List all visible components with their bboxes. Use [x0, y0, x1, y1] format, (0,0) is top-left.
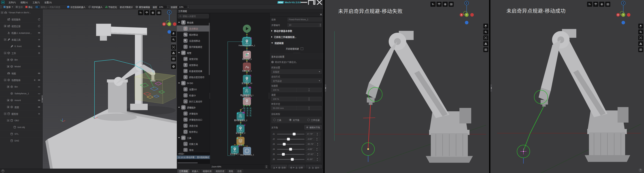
zoom-spinner[interactable]: [265, 165, 268, 168]
collapse-icon[interactable]: [4, 79, 6, 81]
avoid-collision-checkbox[interactable]: [300, 47, 303, 50]
spinner-arrows[interactable]: [315, 152, 320, 156]
gimbal-view-button[interactable]: [144, 10, 149, 15]
fit-view-button[interactable]: [638, 35, 643, 40]
category-logic[interactable]: 逻辑拓扑: [177, 104, 210, 110]
toggle-icon[interactable]: [35, 6, 40, 8]
step-group[interactable]: 步骤组合: [177, 110, 210, 116]
chevron-down-icon[interactable]: [178, 137, 180, 138]
refresh-icon[interactable]: [38, 18, 40, 21]
expand-icon[interactable]: [7, 106, 9, 108]
motion-type-select[interactable]: 关节运动: [271, 79, 322, 83]
orientation-gizmo[interactable]: Z X Y: [616, 0, 630, 26]
node-vision-move-2[interactable]: L视觉移动_2: [243, 97, 251, 105]
section-move-basic[interactable]: 移动步骤基本参数: [270, 28, 323, 34]
tree-item-workpiece[interactable]: 工件: [0, 50, 42, 57]
gear-icon[interactable]: [38, 52, 40, 55]
log-line-selected[interactable]: 21:10:32 移动步骤： 筐内智能路径: [177, 155, 210, 159]
tree-item-workpiece-bin[interactable]: Bin: [0, 57, 42, 63]
center-view-button[interactable]: [442, 2, 448, 7]
tree-item-obj[interactable]: OBJ: [0, 117, 42, 124]
display-options-button[interactable]: [449, 2, 454, 7]
grasp-select[interactable]: 未指定: [271, 69, 322, 74]
display-list-button[interactable]: [171, 57, 176, 61]
slider-handle[interactable]: [287, 138, 290, 140]
j3-value-field[interactable]: -90.78°: [306, 142, 320, 146]
main-3d-viewport[interactable]: TT Z X Y: [42, 9, 177, 168]
expand-icon[interactable]: [4, 25, 6, 27]
zoom-in-button[interactable]: [638, 30, 643, 34]
speed-field[interactable]: 100 %: [271, 97, 322, 101]
close-button[interactable]: [316, 0, 323, 5]
edit-joint-angle-button[interactable]: 编辑关节角: [304, 125, 322, 129]
tab-workflow[interactable]: 工作流程: [177, 169, 190, 173]
eye-icon[interactable]: [38, 79, 40, 81]
keep-state-toggle[interactable]: 保持上一次执行状态: [34, 5, 62, 9]
step-fixed-point-move[interactable]: 定点移动: [177, 26, 210, 32]
node-switch-tool-4[interactable]: 切换工具_4: [243, 63, 251, 71]
viewport-no-avoidance[interactable]: 未开启奇异点规避-移动失败 TT Z X Y: [325, 0, 489, 173]
tree-item-model-library[interactable]: 模型库: [0, 110, 42, 117]
h-scrollbar[interactable]: [178, 162, 198, 163]
text-display-button[interactable]: TT: [587, 2, 592, 7]
eye-icon[interactable]: [38, 99, 40, 102]
step-program-stop[interactable]: 程序停止: [177, 129, 210, 135]
step-group-exit[interactable]: 步骤组合出口: [177, 116, 210, 123]
j5-slider[interactable]: [277, 154, 304, 155]
step-grasp-points-exhausted[interactable]: 抓取点是否用尽: [177, 74, 210, 80]
plus-icon[interactable]: [38, 112, 40, 115]
chevron-down-icon[interactable]: [178, 22, 180, 23]
gimbal-view-button[interactable]: [436, 2, 442, 7]
radio-workpiece-pose[interactable]: 工件位姿: [307, 118, 320, 122]
accel-field[interactable]: 100 %: [271, 88, 322, 92]
speed-input[interactable]: [158, 5, 169, 9]
gimbal-view-button[interactable]: [593, 2, 598, 7]
collapse-icon[interactable]: [4, 52, 6, 54]
tree-item-dae[interactable]: DAE: [0, 137, 42, 144]
ground-grid-button[interactable]: [171, 51, 176, 56]
slider-handle[interactable]: [283, 143, 286, 145]
category-move[interactable]: 移动类: [177, 19, 210, 26]
menu-view[interactable]: 视图(V): [18, 0, 30, 5]
pan-hand-button[interactable]: [638, 24, 643, 29]
chevron-down-icon[interactable]: [178, 83, 180, 84]
spinner-arrows[interactable]: [166, 6, 169, 9]
tab-plan-history[interactable]: 规划历史: [214, 169, 226, 173]
step-switch-tool[interactable]: 切换工具: [177, 141, 210, 147]
text-display-button[interactable]: TT: [430, 2, 436, 7]
spinner-arrows[interactable]: [314, 132, 320, 136]
model-editor-button[interactable]: 模型编辑器: [134, 5, 151, 9]
collapse-icon[interactable]: [7, 119, 9, 122]
restore-button[interactable]: [308, 0, 316, 5]
tree-item-project[interactable]: *Smart Path in Bin/V...: [0, 9, 42, 16]
eye-half-icon[interactable]: [38, 85, 40, 88]
tree-item-base[interactable]: 底座: [0, 104, 42, 110]
j3-slider[interactable]: [277, 144, 304, 145]
ground-grid-button[interactable]: [638, 41, 643, 46]
menu-file[interactable]: 文件(F): [6, 0, 18, 5]
node-smart-bin-path-1[interactable]: J/L筐内智能路径_1: [243, 87, 251, 95]
attempt-stats-button[interactable]: 尝试次数统计: [118, 5, 134, 9]
text-display-button[interactable]: TT: [138, 10, 143, 15]
panel-splitter[interactable]: [270, 52, 323, 54]
tree-item-floor[interactable]: 地板: [0, 70, 42, 77]
spinner-arrows[interactable]: [315, 142, 320, 146]
spinner-arrows[interactable]: [296, 88, 322, 92]
step-number-field[interactable]: [288, 23, 322, 27]
tree-item-stl[interactable]: STL: [0, 131, 42, 137]
j2-slider[interactable]: [277, 139, 304, 140]
ground-grid-button[interactable]: [483, 41, 488, 46]
eye-closed-icon[interactable]: [38, 92, 40, 95]
pan-hand-button[interactable]: [171, 31, 176, 36]
panel-collapse-handle[interactable]: [490, 84, 492, 92]
step-message-branch[interactable]: 消息分支: [177, 123, 210, 129]
tree-item-mount[interactable]: mount: [0, 97, 42, 104]
fit-view-button[interactable]: [171, 45, 176, 50]
world-view-button[interactable]: [171, 64, 176, 69]
spinner-arrows[interactable]: [319, 23, 322, 27]
tab-others[interactable]: 其他: [227, 169, 235, 173]
j6-value-field[interactable]: 41.60°: [306, 157, 320, 161]
pan-hand-button[interactable]: [483, 24, 488, 29]
tree-item-scene-bin[interactable]: Bin: [0, 83, 42, 90]
step-wait[interactable]: 等待: [177, 147, 210, 152]
